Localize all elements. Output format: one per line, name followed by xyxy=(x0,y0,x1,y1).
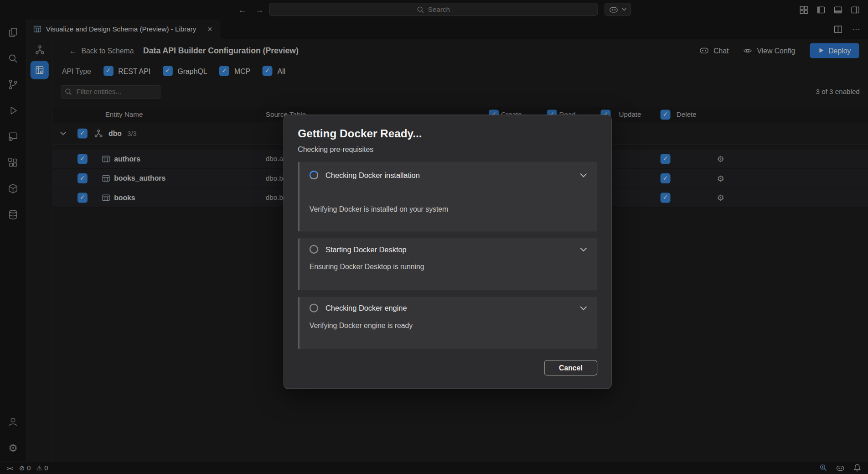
step-header[interactable]: Checking Docker installation xyxy=(310,171,588,179)
step-description: Ensuring Docker Desktop is running xyxy=(310,263,588,271)
chevron-down-icon[interactable] xyxy=(579,172,587,177)
dialog-subtitle: Checking pre-requisites xyxy=(298,145,597,153)
step-docker-desktop: Starting Docker Desktop Ensuring Docker … xyxy=(298,238,597,290)
chevron-down-icon[interactable] xyxy=(579,306,587,311)
step-description: Verifying Docker engine is ready xyxy=(310,321,588,329)
step-header[interactable]: Checking Docker engine xyxy=(310,303,588,312)
step-header[interactable]: Starting Docker Desktop xyxy=(310,245,588,254)
docker-ready-dialog: Getting Docker Ready... Checking pre-req… xyxy=(284,115,612,389)
cancel-button[interactable]: Cancel xyxy=(544,360,598,375)
vscode-window: ← → Search ⚙ xyxy=(0,0,868,474)
step-title: Checking Docker installation xyxy=(326,171,420,179)
chevron-down-icon[interactable] xyxy=(579,247,587,252)
prerequisite-steps: Checking Docker installation Verifying D… xyxy=(298,162,597,349)
step-description: Verifying Docker is installed on your sy… xyxy=(310,205,588,213)
step-docker-engine: Checking Docker engine Verifying Docker … xyxy=(298,297,597,349)
dialog-title: Getting Docker Ready... xyxy=(298,127,597,140)
dialog-actions: Cancel xyxy=(298,360,597,375)
pending-circle-icon xyxy=(310,303,318,312)
spinner-icon xyxy=(309,170,319,180)
pending-circle-icon xyxy=(310,245,318,254)
step-title: Checking Docker engine xyxy=(326,304,407,312)
step-title: Starting Docker Desktop xyxy=(326,245,407,253)
step-docker-installation: Checking Docker installation Verifying D… xyxy=(298,162,597,232)
